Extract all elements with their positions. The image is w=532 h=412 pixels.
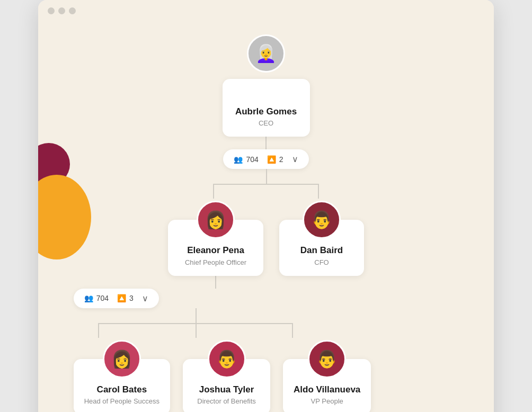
person-up-icon-1: 🔼 xyxy=(267,155,276,164)
titlebar xyxy=(38,0,494,22)
avatar-joshua: 👨 xyxy=(208,340,246,378)
aubrle-branch: 👩‍🦳 Aubrle Gomes CEO xyxy=(223,53,310,149)
joshua-name: Joshua Tyler xyxy=(199,384,254,395)
carol-role: Head of People Success xyxy=(84,397,159,405)
org-chart: 👩‍🦳 Aubrle Gomes CEO 👥 704 🔼 2 ∨ xyxy=(38,22,494,412)
eleanor-name: Eleanor Pena xyxy=(187,245,244,256)
dan-role: CFO xyxy=(314,258,329,266)
stat-reports-2: 👥 704 xyxy=(84,294,109,302)
card-eleanor[interactable]: 👩 Eleanor Pena Chief People Officer xyxy=(168,220,263,275)
vline-carol xyxy=(98,323,99,338)
vline-below-eleanor xyxy=(215,276,216,289)
avatar-aubrle: 👩‍🦳 xyxy=(247,34,285,73)
dan-name: Dan Baird xyxy=(300,245,343,256)
aubrle-name: Aubrle Gomes xyxy=(235,106,297,117)
avatar-dan: 👨 xyxy=(303,201,341,239)
aldo-role: VP People xyxy=(311,397,343,405)
people-icon-1: 👥 xyxy=(234,155,243,164)
avatar-carol: 👩 xyxy=(103,340,141,378)
carol-branch: 👩 Carol Bates Head of People Success xyxy=(74,338,170,412)
card-carol[interactable]: 👩 Carol Bates Head of People Success xyxy=(74,359,170,412)
card-dan[interactable]: 👨 Dan Baird CFO xyxy=(279,220,364,275)
avatar-aldo: 👨 xyxy=(308,340,346,378)
chevron-icon-1: ∨ xyxy=(292,154,298,164)
level1-row: 👩 Eleanor Pena Chief People Officer 👨 xyxy=(168,199,364,288)
card-aldo[interactable]: 👨 Aldo Villanueva VP People xyxy=(283,359,371,412)
level2-row: 👩 Carol Bates Head of People Success 👨 xyxy=(74,338,371,412)
joshua-branch: 👨 Joshua Tyler Director of Benefits xyxy=(183,338,270,412)
dan-branch: 👨 Dan Baird CFO xyxy=(279,199,364,275)
app-window: 👩‍🦳 Aubrle Gomes CEO 👥 704 🔼 2 ∨ xyxy=(38,0,494,412)
people-icon-2: 👥 xyxy=(84,294,93,302)
level-0: 👩‍🦳 Aubrle Gomes CEO xyxy=(223,53,310,149)
eleanor-branch: 👩 Eleanor Pena Chief People Officer xyxy=(168,199,263,288)
direct-count-1: 2 xyxy=(279,155,283,164)
direct-count-2: 3 xyxy=(129,294,134,302)
vline-dan xyxy=(318,184,319,199)
reports-count-1: 704 xyxy=(246,155,258,164)
vline-to-hline2 xyxy=(196,308,197,323)
aldo-branch: 👨 Aldo Villanueva VP People xyxy=(283,338,371,412)
aldo-name: Aldo Villanueva xyxy=(294,384,360,395)
stat-direct-1: 🔼 2 xyxy=(267,155,283,164)
chevron-icon-2: ∨ xyxy=(142,293,148,303)
window-dot-red xyxy=(48,7,55,14)
avatar-eleanor: 👩 xyxy=(197,201,235,239)
level2-hline-area xyxy=(74,308,317,338)
level2-section: 👥 704 🔼 3 ∨ xyxy=(63,289,371,412)
vline-eleanor xyxy=(213,184,214,199)
window-dot-green xyxy=(69,7,76,14)
stat-reports-1: 👥 704 xyxy=(234,155,258,164)
level1-container: 👩 Eleanor Pena Chief People Officer 👨 xyxy=(49,169,483,288)
reports-count-2: 704 xyxy=(96,294,109,302)
vline-aldo xyxy=(292,323,293,338)
card-joshua[interactable]: 👨 Joshua Tyler Director of Benefits xyxy=(183,359,270,412)
eleanor-role: Chief People Officer xyxy=(185,258,246,266)
vline-joshua xyxy=(196,323,197,338)
stat-direct-2: 🔼 3 xyxy=(117,294,134,302)
carol-name: Carol Bates xyxy=(97,384,147,395)
aubrle-role: CEO xyxy=(259,119,273,127)
vline-aubrle xyxy=(265,137,267,149)
person-up-icon-2: 🔼 xyxy=(117,294,126,302)
window-dot-yellow xyxy=(58,7,65,14)
hline-level1 xyxy=(213,184,319,185)
vline-to-hline xyxy=(266,169,267,184)
stats-pill-level2[interactable]: 👥 704 🔼 3 ∨ xyxy=(74,289,159,308)
card-aubrle[interactable]: 👩‍🦳 Aubrle Gomes CEO xyxy=(223,79,310,137)
joshua-role: Director of Benefits xyxy=(197,397,256,405)
stats-pill-level1[interactable]: 👥 704 🔼 2 ∨ xyxy=(223,149,308,169)
